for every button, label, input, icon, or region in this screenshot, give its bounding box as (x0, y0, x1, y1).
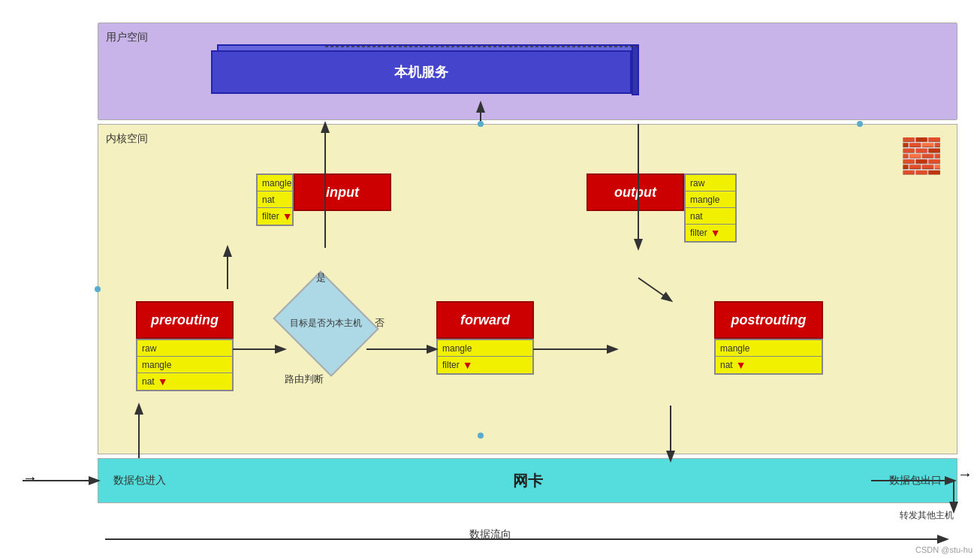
table-postrouting: mangle nat ▼ (714, 339, 823, 375)
right-exit-area: → (957, 466, 980, 483)
table-row: mangle (686, 192, 735, 208)
local-service-side (632, 44, 639, 95)
chain-prerouting: prerouting (136, 301, 234, 339)
data-flow-label: 数据流向 (469, 528, 511, 541)
routing-label: 路由判断 (285, 373, 324, 386)
table-row: raw (686, 175, 735, 192)
yes-label: 是 (316, 271, 326, 285)
right-arrow-icon: → (957, 466, 972, 483)
decision-diamond: 目标是否为 本主机 (285, 290, 367, 357)
table-row: nat ▼ (137, 373, 232, 390)
chain-forward: forward (436, 301, 534, 339)
table-prerouting: raw mangle nat ▼ (136, 339, 234, 391)
table-row: mangle (716, 340, 822, 357)
left-entry-area: → (23, 469, 38, 487)
table-row: nat ▼ (716, 357, 822, 373)
table-row: filter ▼ (686, 225, 735, 241)
table-forward: mangle filter ▼ (436, 339, 534, 375)
table-row: mangle (438, 340, 532, 357)
left-arrow-icon: → (23, 469, 38, 487)
network-exit-label: 数据包出口 (889, 474, 942, 487)
credit-label: CSDN @stu-hu (915, 545, 972, 554)
table-row: nat (686, 208, 735, 225)
table-row: mangle (258, 175, 292, 192)
table-row: filter ▼ (258, 208, 292, 225)
network-entry-label: 数据包进入 (113, 474, 166, 487)
table-output: raw mangle nat filter ▼ (684, 173, 737, 243)
forward-to-label: 转发其他主机 (900, 509, 954, 522)
network-bar-label: 网卡 (513, 471, 543, 491)
chain-output: output (586, 173, 684, 211)
table-row: filter ▼ (438, 357, 532, 373)
kernel-space-label: 内核空间 (106, 132, 148, 146)
table-row: raw (137, 340, 232, 357)
table-row: mangle (137, 357, 232, 373)
user-space: 用户空间 本机服务 (98, 23, 957, 120)
local-service-label: 本机服务 (394, 63, 448, 81)
no-label: 否 (375, 316, 384, 330)
table-row: nat (258, 192, 292, 208)
chain-postrouting: postrouting (714, 301, 823, 339)
local-service-front: 本机服务 (211, 50, 632, 94)
network-bar: 数据包进入 网卡 数据包出口 (98, 458, 957, 503)
table-input: mangle nat filter ▼ (256, 173, 294, 226)
diamond-shape (273, 270, 378, 376)
local-service-box: 本机服务 (211, 44, 639, 93)
main-container: 用户空间 本机服务 内核空间 🧱 prerouting raw mangle n… (0, 0, 980, 558)
user-space-label: 用户空间 (106, 31, 148, 44)
kernel-space: 内核空间 🧱 prerouting raw mangle nat ▼ 目标是否为… (98, 124, 957, 454)
chain-input: input (294, 173, 391, 211)
firewall-icon: 🧱 (900, 136, 945, 177)
